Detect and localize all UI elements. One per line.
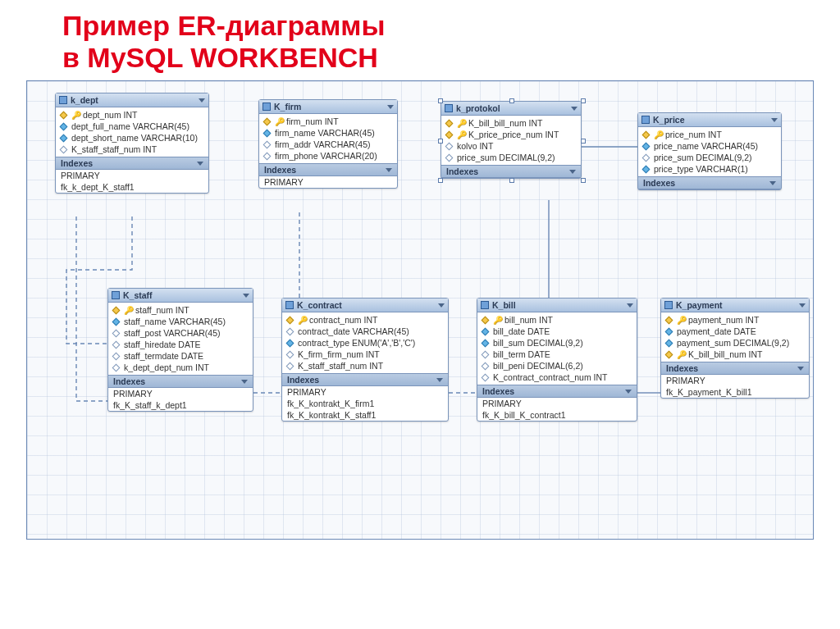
index-row[interactable]: fk_K_kontrakt_K_staff1 <box>282 409 448 421</box>
column-row[interactable]: contract_type ENUM('A','B','C') <box>282 337 448 349</box>
indexes-header[interactable]: Indexes <box>56 157 208 170</box>
column-row[interactable]: 🔑K_price_price_num INT <box>441 129 581 140</box>
column-row[interactable]: firm_addr VARCHAR(45) <box>259 139 397 150</box>
table-k_bill[interactable]: K_bill🔑bill_num INTbill_date DATEbill_su… <box>477 298 637 422</box>
collapse-icon[interactable] <box>799 303 806 308</box>
column-row[interactable]: price_name VARCHAR(45) <box>638 140 781 152</box>
selection-handle[interactable] <box>581 139 586 144</box>
column-row[interactable]: K_staff_staff_num INT <box>56 144 208 155</box>
indexes-header[interactable]: Indexes <box>259 163 397 176</box>
collapse-icon[interactable] <box>386 168 392 172</box>
table-k_contract[interactable]: K_contract🔑contract_num INTcontract_date… <box>281 298 449 422</box>
column-row[interactable]: 🔑contract_num INT <box>282 314 448 326</box>
index-row[interactable]: PRIMARY <box>477 398 637 409</box>
column-row[interactable]: firm_phone VARCHAR(20) <box>259 150 397 162</box>
collapse-icon[interactable] <box>438 303 445 308</box>
index-row[interactable]: fk_K_bill_K_contract1 <box>477 409 637 421</box>
column-row[interactable]: 🔑price_num INT <box>638 129 781 140</box>
selection-handle[interactable] <box>509 178 514 183</box>
selection-handle[interactable] <box>581 98 586 103</box>
column-row[interactable]: 🔑bill_num INT <box>477 314 637 326</box>
indexes-header[interactable]: Indexes <box>108 375 253 388</box>
table-k_protokol[interactable]: k_protokol🔑K_bill_bill_num INT🔑K_price_p… <box>441 101 582 179</box>
index-row[interactable]: fk_K_payment_K_bill1 <box>661 386 809 398</box>
index-row[interactable]: PRIMARY <box>282 386 448 398</box>
index-row[interactable]: fk_K_kontrakt_K_firm1 <box>282 398 448 409</box>
er-canvas[interactable]: k_dept🔑dept_num INTdept_full_name VARCHA… <box>26 80 814 540</box>
index-row[interactable]: PRIMARY <box>56 170 208 181</box>
index-row[interactable]: PRIMARY <box>108 388 253 399</box>
table-header[interactable]: K_firm <box>259 100 397 114</box>
column-row[interactable]: K_contract_contract_num INT <box>477 371 637 383</box>
column-row[interactable]: dept_short_name VARCHAR(10) <box>56 132 208 144</box>
column-row[interactable]: staff_post VARCHAR(45) <box>108 327 253 339</box>
column-row[interactable]: firm_name VARCHAR(45) <box>259 127 397 139</box>
notnull-icon <box>60 134 68 142</box>
table-header[interactable]: K_payment <box>661 299 809 312</box>
indexes-header[interactable]: Indexes <box>282 373 448 386</box>
table-header[interactable]: K_staff <box>108 289 253 303</box>
column-row[interactable]: 🔑staff_num INT <box>108 304 253 316</box>
table-k_payment[interactable]: K_payment🔑payment_num INTpayment_date DA… <box>660 298 810 399</box>
collapse-icon[interactable] <box>625 390 632 394</box>
table-header[interactable]: K_contract <box>282 299 448 312</box>
column-row[interactable]: dept_full_name VARCHAR(45) <box>56 121 208 132</box>
collapse-icon[interactable] <box>436 378 443 382</box>
collapse-icon[interactable] <box>199 98 205 103</box>
table-k_firm[interactable]: K_firm🔑firm_num INTfirm_name VARCHAR(45)… <box>258 99 398 189</box>
column-row[interactable]: staff_termdate DATE <box>108 350 253 362</box>
collapse-icon[interactable] <box>241 380 248 384</box>
indexes-header[interactable]: Indexes <box>638 176 781 189</box>
column-row[interactable]: 🔑payment_num INT <box>661 314 809 326</box>
table-name: K_payment <box>676 300 723 310</box>
column-row[interactable]: bill_term DATE <box>477 349 637 360</box>
selection-handle[interactable] <box>509 98 514 103</box>
column-row[interactable]: price_sum DECIMAL(9,2) <box>638 152 781 163</box>
table-header[interactable]: K_bill <box>477 299 637 312</box>
table-k_price[interactable]: K_price🔑price_num INTprice_name VARCHAR(… <box>637 112 782 190</box>
collapse-icon[interactable] <box>797 367 804 371</box>
table-k_dept[interactable]: k_dept🔑dept_num INTdept_full_name VARCHA… <box>55 93 209 194</box>
selection-handle[interactable] <box>438 139 443 144</box>
column-row[interactable]: staff_name VARCHAR(45) <box>108 316 253 327</box>
collapse-icon[interactable] <box>627 303 633 308</box>
selection-handle[interactable] <box>438 98 443 103</box>
column-row[interactable]: 🔑dept_num INT <box>56 109 208 121</box>
selection-handle[interactable] <box>581 178 586 183</box>
column-row[interactable]: bill_sum DECIMAL(9,2) <box>477 337 637 349</box>
column-row[interactable]: price_sum DECIMAL(9,2) <box>441 152 581 163</box>
index-row[interactable]: PRIMARY <box>259 176 397 188</box>
collapse-icon[interactable] <box>197 162 203 166</box>
column-row[interactable]: 🔑K_bill_bill_num INT <box>441 117 581 129</box>
column-row[interactable]: price_type VARCHAR(1) <box>638 163 781 175</box>
column-row[interactable]: bill_date DATE <box>477 326 637 337</box>
collapse-icon[interactable] <box>569 170 576 174</box>
column-row[interactable]: payment_sum DECIMAL(9,2) <box>661 337 809 349</box>
column-row[interactable]: K_firm_firm_num INT <box>282 349 448 360</box>
table-header[interactable]: k_dept <box>56 93 208 107</box>
indexes-header[interactable]: Indexes <box>661 362 809 375</box>
column-row[interactable]: bill_peni DECIMAL(6,2) <box>477 360 637 371</box>
column-row[interactable]: payment_date DATE <box>661 326 809 337</box>
column-row[interactable]: staff_hiredate DATE <box>108 339 253 350</box>
column-row[interactable]: K_staff_staff_num INT <box>282 360 448 371</box>
index-row[interactable]: fk_K_staff_k_dept1 <box>108 399 253 411</box>
column-row[interactable]: 🔑K_bill_bill_num INT <box>661 349 809 360</box>
table-header[interactable]: K_price <box>638 113 781 127</box>
collapse-icon[interactable] <box>571 107 578 111</box>
indexes-header[interactable]: Indexes <box>441 165 581 178</box>
table-k_staff[interactable]: K_staff🔑staff_num INTstaff_name VARCHAR(… <box>107 288 253 412</box>
collapse-icon[interactable] <box>769 181 776 185</box>
collapse-icon[interactable] <box>387 105 394 109</box>
table-header[interactable]: k_protokol <box>441 102 581 116</box>
column-row[interactable]: 🔑firm_num INT <box>259 116 397 127</box>
indexes-header[interactable]: Indexes <box>477 385 637 398</box>
index-row[interactable]: fk_k_dept_K_staff1 <box>56 181 208 193</box>
index-row[interactable]: PRIMARY <box>661 375 809 386</box>
column-row[interactable]: contract_date VARCHAR(45) <box>282 326 448 337</box>
column-row[interactable]: kolvo INT <box>441 140 581 152</box>
collapse-icon[interactable] <box>771 118 778 122</box>
column-row[interactable]: k_dept_dept_num INT <box>108 362 253 373</box>
selection-handle[interactable] <box>438 178 443 183</box>
collapse-icon[interactable] <box>243 294 249 298</box>
